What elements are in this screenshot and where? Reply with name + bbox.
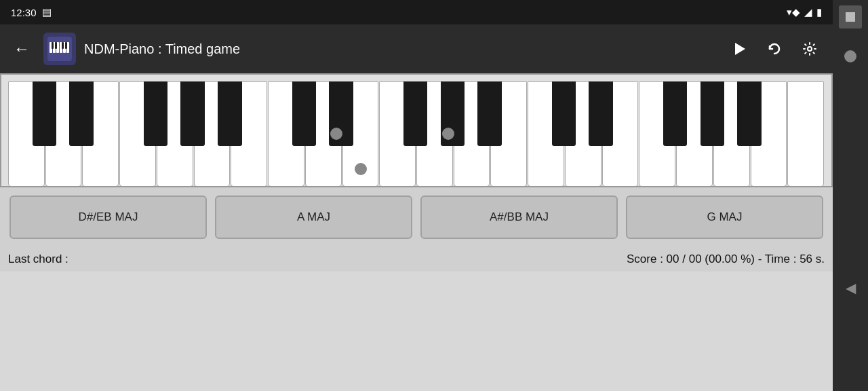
battery-icon: ▮ xyxy=(816,6,822,18)
back-button[interactable]: ← xyxy=(8,34,35,64)
black-key-11[interactable] xyxy=(552,81,576,146)
settings-button[interactable] xyxy=(795,34,825,64)
piano-wrapper xyxy=(1,75,831,186)
keys-area xyxy=(8,81,825,186)
toolbar: ← NDM-Piano : Timed game xyxy=(0,24,833,73)
white-key-22[interactable] xyxy=(787,81,824,186)
black-key-2[interactable] xyxy=(69,81,94,146)
right-panel: ◀ xyxy=(833,0,868,391)
key-dot-2 xyxy=(442,128,454,140)
toolbar-actions xyxy=(724,34,825,64)
black-key-4[interactable] xyxy=(180,81,205,146)
svg-point-12 xyxy=(808,47,812,51)
last-chord-label: Last chord : xyxy=(8,253,68,266)
black-key-12[interactable] xyxy=(589,81,613,146)
time-display: 12:30 xyxy=(11,7,37,18)
black-key-5[interactable] xyxy=(218,81,242,146)
piano-container xyxy=(0,73,833,187)
svg-rect-8 xyxy=(55,42,57,49)
bottom-status: Last chord : Score : 00 / 00 (00.00 %) -… xyxy=(0,247,833,272)
status-bar-right: ▾◆ ◢ ▮ xyxy=(787,6,822,18)
sim-icon: ▤ xyxy=(42,6,52,18)
chord-button-3[interactable]: G MAJ xyxy=(626,196,823,239)
wifi-icon: ▾◆ xyxy=(787,6,800,18)
toolbar-title: NDM-Piano : Timed game xyxy=(84,41,716,57)
right-panel-dot xyxy=(844,50,856,62)
right-panel-square-button[interactable] xyxy=(839,5,862,29)
black-key-14[interactable] xyxy=(701,81,725,146)
svg-rect-7 xyxy=(52,42,54,49)
svg-rect-9 xyxy=(62,42,64,49)
black-key-8[interactable] xyxy=(403,81,428,146)
black-key-13[interactable] xyxy=(663,81,688,146)
key-dot-3 xyxy=(355,163,367,175)
svg-rect-10 xyxy=(65,42,67,49)
svg-rect-13 xyxy=(846,12,855,22)
chord-button-0[interactable]: D#/EB MAJ xyxy=(9,196,207,239)
chord-button-2[interactable]: A#/BB MAJ xyxy=(420,196,618,239)
black-key-3[interactable] xyxy=(144,81,168,146)
score-text: Score : 00 / 00 (00.00 %) - Time : 56 s. xyxy=(627,253,825,266)
main-content: 12:30 ▤ ▾◆ ◢ ▮ ← NDM xyxy=(0,0,833,391)
play-button[interactable] xyxy=(724,34,754,64)
chord-buttons-container: D#/EB MAJ A MAJ A#/BB MAJ G MAJ xyxy=(0,187,833,247)
black-key-6[interactable] xyxy=(292,81,317,146)
black-key-15[interactable] xyxy=(737,81,762,146)
status-bar: 12:30 ▤ ▾◆ ◢ ▮ xyxy=(0,0,833,24)
chord-button-1[interactable]: A MAJ xyxy=(215,196,412,239)
app-icon xyxy=(43,33,76,65)
right-panel-back-arrow[interactable]: ◀ xyxy=(846,280,856,296)
black-key-1[interactable] xyxy=(33,81,57,146)
black-key-10[interactable] xyxy=(477,81,502,146)
signal-icon: ◢ xyxy=(804,6,812,18)
refresh-button[interactable] xyxy=(760,34,789,64)
svg-marker-11 xyxy=(735,43,745,55)
status-bar-left: 12:30 ▤ xyxy=(11,6,52,18)
